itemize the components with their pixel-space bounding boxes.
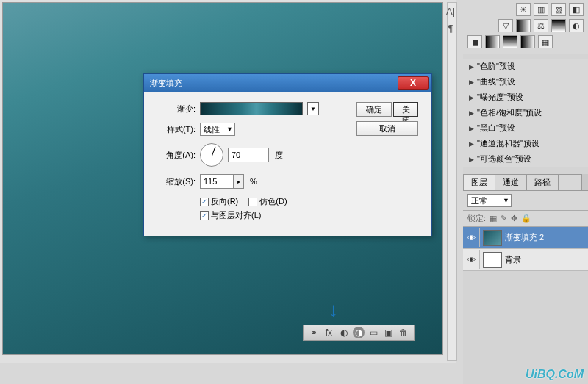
link-icon[interactable]: ⚭: [308, 327, 320, 338]
delete-icon[interactable]: 🗑: [398, 327, 409, 338]
color-balance-icon[interactable]: ⚖: [534, 19, 548, 32]
ok-button[interactable]: 确定: [356, 102, 392, 117]
visibility-icon[interactable]: 👁: [466, 233, 476, 242]
reverse-checkbox[interactable]: ✓: [200, 198, 209, 206]
angle-label: 角度(A):: [153, 150, 196, 161]
dither-checkbox-label[interactable]: 仿色(D): [248, 196, 287, 207]
layer-thumbnail[interactable]: [483, 252, 502, 268]
gradient-map-icon[interactable]: [520, 35, 535, 48]
preset-item[interactable]: ▶"色阶"预设: [463, 59, 588, 74]
triangle-right-icon: ▶: [469, 79, 474, 86]
cancel-button[interactable]: 取消: [356, 121, 418, 136]
scale-label: 缩放(S):: [153, 176, 196, 187]
group-icon[interactable]: ▭: [368, 327, 379, 338]
angle-unit: 度: [275, 150, 283, 161]
style-label: 样式(T):: [153, 124, 196, 135]
tab-extra[interactable]: ⋯: [558, 174, 582, 190]
triangle-right-icon: ▶: [469, 94, 474, 101]
levels-icon[interactable]: ▥: [534, 3, 548, 16]
align-checkbox[interactable]: ✓: [200, 211, 209, 220]
scale-input[interactable]: [200, 174, 234, 189]
brightness-icon[interactable]: ☀: [516, 3, 531, 16]
lock-row: 锁定: ▦ ✎ ✥ 🔒: [463, 211, 588, 227]
reverse-checkbox-label[interactable]: ✓ 反向(R): [200, 196, 238, 207]
mask-icon[interactable]: ◐: [338, 327, 350, 338]
paragraph-panel-icon[interactable]: ¶: [448, 23, 453, 34]
preset-item[interactable]: ▶"色相/饱和度"预设: [463, 105, 588, 120]
invert-icon[interactable]: ◼: [467, 35, 482, 48]
layer-name: 背景: [505, 254, 521, 265]
gradient-preview[interactable]: [200, 102, 303, 115]
lock-transparency-icon[interactable]: ▦: [490, 214, 497, 223]
gradient-fill-dialog: 渐变填充 X 渐变: ▼ 样式(T): 线性 ▼ 角度(A): 度: [143, 73, 432, 236]
adjustment-layer-icon[interactable]: ◑: [353, 327, 365, 338]
dialog-titlebar[interactable]: 渐变填充 X: [144, 74, 431, 92]
scale-unit: %: [250, 177, 257, 186]
layer-item[interactable]: 👁 渐变填充 2: [463, 227, 588, 249]
style-value: 线性: [204, 125, 220, 134]
lock-position-icon[interactable]: ✥: [511, 214, 517, 223]
visibility-icon[interactable]: 👁: [466, 256, 476, 264]
adjustments-panel: ☀ ▥ ▨ ◧ ▽ ⚖ ◐ ◼ ▦: [463, 0, 588, 54]
preset-item[interactable]: ▶"可选颜色"预设: [463, 151, 588, 167]
bw-icon[interactable]: [551, 19, 566, 32]
triangle-right-icon: ▶: [469, 140, 474, 148]
scale-spin-button[interactable]: ▸: [234, 174, 244, 189]
posterize-icon[interactable]: [485, 35, 500, 48]
layer-bottom-toolbar: ⚭ fx ◐ ◑ ▭ ▣ 🗑: [303, 325, 415, 341]
preset-item[interactable]: ▶"黑白"预设: [463, 120, 588, 136]
preset-item[interactable]: ▶"通道混和器"预设: [463, 136, 588, 151]
exposure-icon[interactable]: ◧: [569, 3, 584, 16]
preset-list: ▶"色阶"预设 ▶"曲线"预设 ▶"曝光度"预设 ▶"色相/饱和度"预设 ▶"黑…: [463, 59, 588, 167]
preset-item[interactable]: ▶"曝光度"预设: [463, 90, 588, 105]
angle-dial[interactable]: [200, 143, 223, 167]
gradient-label: 渐变:: [153, 104, 196, 115]
vertical-scrollbar[interactable]: [447, 2, 457, 361]
triangle-right-icon: ▶: [469, 63, 474, 70]
new-layer-icon[interactable]: ▣: [383, 327, 395, 338]
triangle-right-icon: ▶: [469, 125, 474, 132]
threshold-icon[interactable]: [503, 35, 517, 48]
layer-name: 渐变填充 2: [505, 232, 544, 243]
preset-item[interactable]: ▶"曲线"预设: [463, 74, 588, 90]
triangle-right-icon: ▶: [469, 109, 474, 117]
lock-all-icon[interactable]: 🔒: [521, 214, 531, 223]
photo-filter-icon[interactable]: ◐: [569, 19, 584, 32]
layers-list: 👁 渐变填充 2 👁 背景: [463, 227, 588, 271]
layer-item[interactable]: 👁 背景: [463, 249, 588, 271]
angle-input[interactable]: [228, 148, 269, 162]
tab-paths[interactable]: 路径: [526, 174, 559, 190]
chevron-down-icon: ▼: [226, 126, 233, 133]
hue-sat-icon[interactable]: [516, 19, 531, 32]
dither-checkbox[interactable]: [248, 198, 257, 206]
lock-pixels-icon[interactable]: ✎: [501, 214, 507, 223]
blend-mode-select[interactable]: 正常 ▼: [467, 194, 512, 207]
annotation-arrow: ↓: [329, 299, 338, 322]
style-select[interactable]: 线性 ▼: [200, 123, 235, 136]
type-panel-icon[interactable]: A|: [446, 6, 455, 17]
selective-color-icon[interactable]: ▦: [538, 35, 553, 48]
dialog-title: 渐变填充: [147, 78, 398, 89]
tab-layers[interactable]: 图层: [463, 174, 495, 190]
watermark: UiBQ.CoM: [526, 368, 584, 381]
align-checkbox-label[interactable]: ✓ 与图层对齐(L): [200, 210, 261, 221]
layer-thumbnail[interactable]: [483, 230, 502, 246]
close-button[interactable]: X: [398, 76, 429, 90]
close-text-button[interactable]: 关闭: [393, 102, 418, 117]
lock-label: 锁定:: [467, 213, 486, 224]
layer-panel-tabs: 图层 通道 路径 ⋯: [463, 174, 588, 191]
curves-icon[interactable]: ▨: [551, 3, 566, 16]
triangle-right-icon: ▶: [469, 156, 474, 163]
layer-controls: 正常 ▼: [463, 191, 588, 211]
right-panels: A| ¶ ☀ ▥ ▨ ◧ ▽ ⚖ ◐ ◼ ▦ ▶"色阶"预设 ▶"曲线"预设: [463, 0, 588, 384]
collapsed-panel-icons: A| ¶: [441, 6, 460, 34]
gradient-picker-arrow[interactable]: ▼: [307, 102, 319, 115]
chevron-down-icon: ▼: [503, 197, 509, 204]
fx-icon[interactable]: fx: [323, 327, 334, 338]
vibrance-icon[interactable]: ▽: [498, 19, 513, 32]
tab-channels[interactable]: 通道: [495, 174, 527, 190]
